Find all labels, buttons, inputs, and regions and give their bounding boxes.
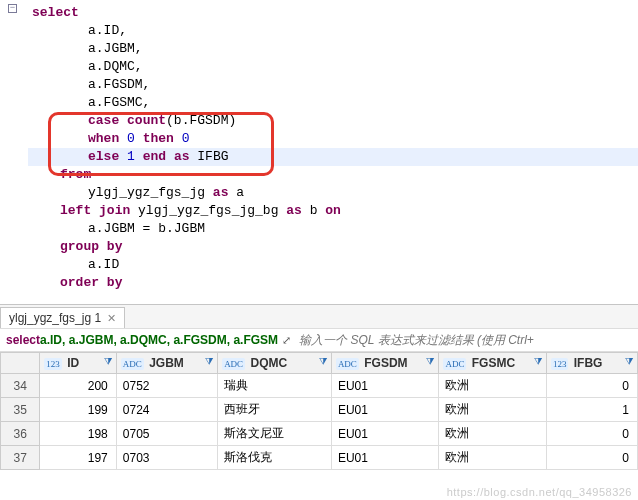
column-label: FGSDM <box>364 356 407 370</box>
code-token: else <box>88 149 119 164</box>
filter-icon[interactable]: ⧩ <box>426 356 434 368</box>
column-header[interactable]: ADC JGBM⧩ <box>116 353 217 374</box>
cell-fgsmc[interactable]: 欧洲 <box>439 446 547 470</box>
code-token <box>119 131 127 146</box>
cell-dqmc[interactable]: 斯洛伐克 <box>218 446 332 470</box>
cell-fgsdm[interactable]: EU01 <box>331 374 439 398</box>
cell-id[interactable]: 200 <box>40 374 117 398</box>
cell-fgsdm[interactable]: EU01 <box>331 446 439 470</box>
cell-dqmc[interactable]: 西班牙 <box>218 398 332 422</box>
code-token: end <box>143 149 166 164</box>
cell-fgsdm[interactable]: EU01 <box>331 398 439 422</box>
code-line[interactable]: a.ID <box>28 256 638 274</box>
cell-id[interactable]: 197 <box>40 446 117 470</box>
column-header[interactable]: 123 ID⧩ <box>40 353 117 374</box>
cell-jgbm[interactable]: 0703 <box>116 446 217 470</box>
code-line[interactable]: from <box>28 166 638 184</box>
column-label: FGSMC <box>472 356 515 370</box>
sql-editor[interactable]: − selecta.ID,a.JGBM,a.DQMC,a.FGSDM,a.FGS… <box>0 0 638 296</box>
code-token <box>166 149 174 164</box>
expand-icon[interactable]: ⤢ <box>282 334 291 347</box>
table-row[interactable]: 351990724西班牙EU01欧洲1 <box>1 398 638 422</box>
column-label: IFBG <box>574 356 603 370</box>
cell-fgsmc[interactable]: 欧洲 <box>439 374 547 398</box>
code-token: by <box>107 275 123 290</box>
fold-toggle-icon[interactable]: − <box>8 4 17 13</box>
code-token: IFBG <box>189 149 228 164</box>
table-row[interactable]: 361980705斯洛文尼亚EU01欧洲0 <box>1 422 638 446</box>
row-number[interactable]: 36 <box>1 422 40 446</box>
cell-ifbg[interactable]: 0 <box>546 446 637 470</box>
table-row[interactable]: 371970703斯洛伐克EU01欧洲0 <box>1 446 638 470</box>
code-token: by <box>107 239 123 254</box>
table-row[interactable]: 342000752瑞典EU01欧洲0 <box>1 374 638 398</box>
query-summary-row: select a.ID, a.JGBM, a.DQMC, a.FGSDM, a.… <box>0 328 638 352</box>
code-line[interactable]: a.JGBM, <box>28 40 638 58</box>
cell-dqmc[interactable]: 斯洛文尼亚 <box>218 422 332 446</box>
row-number[interactable]: 37 <box>1 446 40 470</box>
code-token <box>135 131 143 146</box>
code-token: order <box>60 275 99 290</box>
cell-fgsmc[interactable]: 欧洲 <box>439 398 547 422</box>
code-line[interactable]: case count(b.FGSDM) <box>28 112 638 130</box>
query-keyword: select <box>6 333 40 347</box>
code-line[interactable]: else 1 end as IFBG <box>28 148 638 166</box>
column-label: JGBM <box>149 356 184 370</box>
cell-jgbm[interactable]: 0752 <box>116 374 217 398</box>
column-header[interactable]: ADC FGSDM⧩ <box>331 353 439 374</box>
row-number[interactable]: 34 <box>1 374 40 398</box>
code-line[interactable]: group by <box>28 238 638 256</box>
code-line[interactable]: a.DQMC, <box>28 58 638 76</box>
filter-icon[interactable]: ⧩ <box>534 356 542 368</box>
row-number[interactable]: 35 <box>1 398 40 422</box>
column-header[interactable]: 123 IFBG⧩ <box>546 353 637 374</box>
watermark-text: https://blog.csdn.net/qq_34958326 <box>447 486 632 498</box>
results-table: 123 ID⧩ADC JGBM⧩ADC DQMC⧩ADC FGSDM⧩ADC F… <box>0 352 638 470</box>
column-header[interactable]: ADC FGSMC⧩ <box>439 353 547 374</box>
cell-dqmc[interactable]: 瑞典 <box>218 374 332 398</box>
cell-jgbm[interactable]: 0724 <box>116 398 217 422</box>
filter-icon[interactable]: ⧩ <box>104 356 112 368</box>
code-token: a.JGBM, <box>88 41 143 56</box>
close-icon[interactable]: ✕ <box>107 312 116 325</box>
result-tab[interactable]: ylgj_ygz_fgs_jg 1 ✕ <box>0 307 125 328</box>
code-line[interactable]: select <box>28 4 638 22</box>
cell-ifbg[interactable]: 1 <box>546 398 637 422</box>
cell-fgsmc[interactable]: 欧洲 <box>439 422 547 446</box>
code-token: 0 <box>127 131 135 146</box>
results-filter-input[interactable] <box>299 333 632 347</box>
cell-id[interactable]: 199 <box>40 398 117 422</box>
column-label: ID <box>67 356 79 370</box>
cell-id[interactable]: 198 <box>40 422 117 446</box>
code-line[interactable]: when 0 then 0 <box>28 130 638 148</box>
code-line[interactable]: a.FGSMC, <box>28 94 638 112</box>
query-text: a.ID, a.JGBM, a.DQMC, a.FGSDM, a.FGSM <box>40 333 278 347</box>
code-line[interactable]: left join ylgj_ygz_fgs_jg_bg as b on <box>28 202 638 220</box>
editor-gutter: − <box>0 0 26 296</box>
code-token <box>99 275 107 290</box>
filter-icon[interactable]: ⧩ <box>625 356 633 368</box>
column-label: DQMC <box>250 356 287 370</box>
code-token <box>119 149 127 164</box>
cell-ifbg[interactable]: 0 <box>546 374 637 398</box>
filter-icon[interactable]: ⧩ <box>319 356 327 368</box>
code-token <box>99 239 107 254</box>
cell-jgbm[interactable]: 0705 <box>116 422 217 446</box>
code-token: a.FGSDM, <box>88 77 150 92</box>
code-line[interactable]: order by <box>28 274 638 292</box>
code-line[interactable]: ylgj_ygz_fgs_jg as a <box>28 184 638 202</box>
cell-ifbg[interactable]: 0 <box>546 422 637 446</box>
code-line[interactable]: a.JGBM = b.JGBM <box>28 220 638 238</box>
code-token <box>174 131 182 146</box>
results-tab-bar: ylgj_ygz_fgs_jg 1 ✕ <box>0 304 638 328</box>
code-line[interactable]: a.ID, <box>28 22 638 40</box>
cell-fgsdm[interactable]: EU01 <box>331 422 439 446</box>
code-line[interactable]: a.FGSDM, <box>28 76 638 94</box>
type-icon: 123 <box>551 358 569 370</box>
code-token: group <box>60 239 99 254</box>
filter-icon[interactable]: ⧩ <box>205 356 213 368</box>
code-token: join <box>99 203 130 218</box>
row-header-corner <box>1 353 40 374</box>
code-token: from <box>60 167 91 182</box>
column-header[interactable]: ADC DQMC⧩ <box>218 353 332 374</box>
